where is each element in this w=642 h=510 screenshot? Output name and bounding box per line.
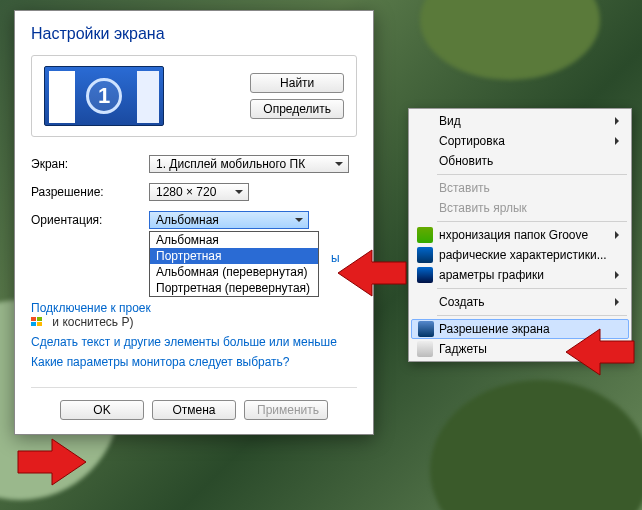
monitor-help-link[interactable]: Какие параметры монитора следует выбрать… — [31, 355, 357, 369]
ctx-create[interactable]: Создать — [411, 292, 629, 312]
identify-button[interactable]: Определить — [250, 99, 344, 119]
dialog-footer: OK Отмена Применить — [31, 387, 357, 420]
windows-flag-icon — [31, 317, 45, 329]
ctx-view[interactable]: Вид — [411, 111, 629, 131]
annotation-arrow-icon — [338, 248, 408, 298]
submenu-arrow-icon — [615, 117, 623, 125]
submenu-arrow-icon — [615, 137, 623, 145]
ctx-graphics-options[interactable]: араметры графики — [411, 265, 629, 285]
annotation-arrow-icon — [16, 437, 86, 487]
orientation-option[interactable]: Альбомная (перевернутая) — [150, 264, 318, 280]
ctx-paste-shortcut: Вставить ярлык — [411, 198, 629, 218]
display-preview-group: 1 Найти Определить — [31, 55, 357, 137]
monitor-preview[interactable]: 1 — [44, 66, 164, 126]
text-size-link[interactable]: Сделать текст и другие элементы больше и… — [31, 335, 357, 349]
graphics-icon — [417, 247, 433, 263]
orientation-option[interactable]: Портретная (перевернутая) — [150, 280, 318, 296]
desktop-context-menu: Вид Сортировка Обновить Вставить Вставит… — [408, 108, 632, 362]
apply-button[interactable]: Применить — [244, 400, 328, 420]
orientation-option[interactable]: Альбомная — [150, 232, 318, 248]
cancel-button[interactable]: Отмена — [152, 400, 236, 420]
ctx-refresh[interactable]: Обновить — [411, 151, 629, 171]
orientation-label: Ориентация: — [31, 213, 149, 227]
ctx-graphics-props[interactable]: рафические характеристики... — [411, 245, 629, 265]
find-button[interactable]: Найти — [250, 73, 344, 93]
screen-label: Экран: — [31, 157, 149, 171]
projector-link[interactable]: Подключение к проек — [31, 301, 151, 315]
graphics-icon — [417, 267, 433, 283]
dialog-title: Настройки экрана — [31, 25, 357, 43]
submenu-arrow-icon — [615, 298, 623, 306]
ctx-groove-sync[interactable]: нхронизация папок Groove — [411, 225, 629, 245]
ctx-sort[interactable]: Сортировка — [411, 131, 629, 151]
projector-hint: и коснитесь P) — [52, 315, 133, 329]
submenu-arrow-icon — [615, 231, 623, 239]
orientation-option[interactable]: Портретная — [150, 248, 318, 264]
annotation-arrow-icon — [566, 327, 636, 377]
gadgets-icon — [417, 341, 433, 357]
screen-select[interactable]: 1. Дисплей мобильного ПК — [149, 155, 349, 173]
svg-marker-1 — [566, 329, 634, 375]
svg-marker-2 — [18, 439, 86, 485]
submenu-arrow-icon — [615, 271, 623, 279]
svg-marker-0 — [338, 250, 406, 296]
resolution-label: Разрешение: — [31, 185, 149, 199]
resolution-icon — [418, 321, 434, 337]
resolution-select[interactable]: 1280 × 720 — [149, 183, 249, 201]
display-settings-dialog: Настройки экрана 1 Найти Определить Экра… — [14, 10, 374, 435]
ctx-paste: Вставить — [411, 178, 629, 198]
orientation-dropdown: Альбомная Портретная Альбомная (переверн… — [149, 231, 319, 297]
orientation-select[interactable]: Альбомная — [149, 211, 309, 229]
ok-button[interactable]: OK — [60, 400, 144, 420]
groove-icon — [417, 227, 433, 243]
monitor-number: 1 — [86, 78, 122, 114]
